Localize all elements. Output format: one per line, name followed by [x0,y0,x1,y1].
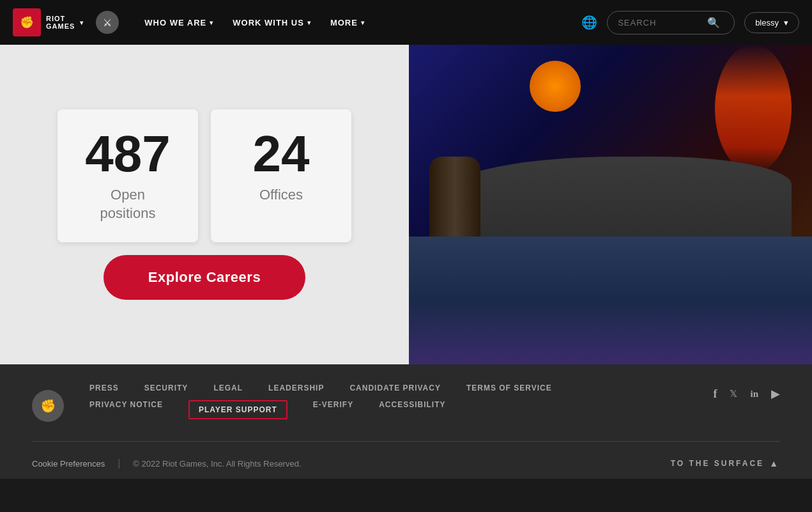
stat-label-positions: Openpositions [83,186,172,222]
copyright-text: © 2022 Riot Games, Inc. All Rights Reser… [133,459,301,469]
footer: ✊ PRESS SECURITY LEGAL LEADERSHIP CANDID… [0,364,812,479]
stat-card-offices: 24 Offices [211,109,351,242]
footer-links: PRESS SECURITY LEGAL LEADERSHIP CANDIDAT… [89,384,687,419]
nav-who-we-are[interactable]: WHO WE ARE ▾ [144,18,213,27]
globe-icon[interactable]: 🌐 [581,15,597,30]
logo-icon: ✊ [13,8,41,36]
back-to-top-label: TO THE SURFACE [671,459,764,468]
nav-work-arrow: ▾ [307,19,311,26]
stat-label-offices: Offices [236,186,326,205]
footer-link-candidate-privacy[interactable]: CANDIDATE PRIVACY [349,384,441,392]
footer-social: f 𝕏 in ▶ [713,387,780,401]
secondary-logo[interactable]: ⚔ [96,11,119,34]
footer-link-player-support[interactable]: PLAYER SUPPORT [188,400,287,419]
scene-background [409,45,812,364]
facebook-icon[interactable]: f [713,387,717,401]
footer-link-terms[interactable]: TERMS OF SERVICE [466,384,552,392]
nav-more[interactable]: MORE ▾ [330,18,365,27]
explore-careers-button[interactable]: Explore Careers [103,255,305,300]
stat-number-positions: 487 [83,128,172,180]
footer-link-legal[interactable]: LEGAL [213,384,243,392]
nav-right: 🌐 🔍 blessy ▾ [581,11,799,35]
right-section [409,45,812,364]
footer-logo: ✊ [32,390,64,422]
logo[interactable]: ✊ RIOTGAMES ▾ [13,8,83,36]
nav-who-we-are-arrow: ▾ [210,19,213,26]
fire-effect [715,45,792,173]
orange-ball [530,61,581,112]
footer-links-row-2: PRIVACY NOTICE PLAYER SUPPORT E-VERIFY A… [89,400,687,419]
cookie-preferences-link[interactable]: Cookie Preferences [32,459,105,469]
footer-bottom-left: Cookie Preferences | © 2022 Riot Games, … [32,458,302,469]
youtube-icon[interactable]: ▶ [771,387,780,401]
nav-more-arrow: ▾ [361,19,365,26]
footer-link-privacy-notice[interactable]: PRIVACY NOTICE [89,400,163,419]
footer-bottom: Cookie Preferences | © 2022 Riot Games, … [32,448,780,479]
footer-link-press[interactable]: PRESS [89,384,119,392]
back-to-top-button[interactable]: TO THE SURFACE ▲ [671,458,780,469]
stats-row: 487 Openpositions 24 Offices [26,109,383,242]
footer-links-row-1: PRESS SECURITY LEGAL LEADERSHIP CANDIDAT… [89,384,687,392]
footer-link-everify[interactable]: E-VERIFY [313,400,353,419]
footer-divider [32,441,780,442]
stat-number-offices: 24 [236,128,326,180]
main-content: 487 Openpositions 24 Offices Explore Car… [0,45,812,364]
nav-links: WHO WE ARE ▾ WORK WITH US ▾ MORE ▾ [144,18,569,27]
footer-link-accessibility[interactable]: ACCESSIBILITY [379,400,445,419]
left-section: 487 Openpositions 24 Offices Explore Car… [0,45,409,364]
navbar: ✊ RIOTGAMES ▾ ⚔ WHO WE ARE ▾ WORK WITH U… [0,0,812,45]
linkedin-icon[interactable]: in [750,389,758,400]
footer-main: ✊ PRESS SECURITY LEGAL LEADERSHIP CANDID… [32,384,780,435]
user-label: blessy [755,18,779,27]
nav-work-with-us[interactable]: WORK WITH US ▾ [233,18,311,27]
logo-dropdown-arrow[interactable]: ▾ [80,19,83,26]
footer-link-leadership[interactable]: LEADERSHIP [268,384,324,392]
logo-text: RIOTGAMES [46,15,75,30]
user-dropdown-arrow: ▾ [784,18,788,27]
scene-floor [409,237,812,364]
footer-divider-bar: | [118,458,120,469]
search-bar[interactable]: 🔍 [607,11,735,35]
footer-link-security[interactable]: SECURITY [144,384,188,392]
stat-card-positions: 487 Openpositions [57,109,198,242]
user-button[interactable]: blessy ▾ [744,12,799,33]
search-icon[interactable]: 🔍 [707,17,720,29]
twitter-icon[interactable]: 𝕏 [730,388,737,400]
search-input[interactable] [618,18,701,27]
back-to-top-arrow: ▲ [769,458,780,469]
